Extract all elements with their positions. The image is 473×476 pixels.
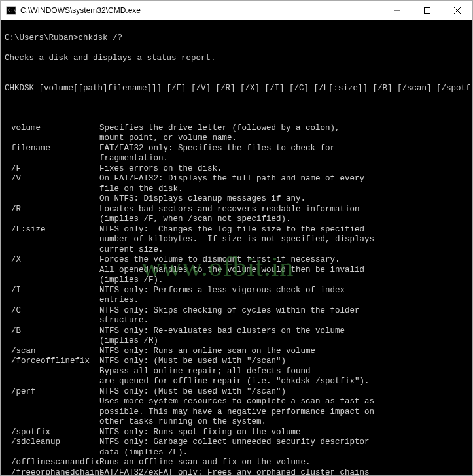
param-row: /sdcleanupNTFS only: Garbage collect unn…: [5, 437, 468, 458]
param-name: /V: [5, 174, 99, 205]
param-name: /spotfix: [5, 428, 99, 438]
param-description: NTFS only: Re-evaluates bad clusters on …: [99, 326, 468, 347]
param-name: /forceofflinefix: [5, 356, 99, 387]
param-name: /B: [5, 326, 99, 347]
param-description: NTFS only: (Must be used with "/scan") B…: [99, 356, 468, 387]
cmd-icon: C:\: [6, 5, 16, 16]
param-row: /BNTFS only: Re-evaluates bad clusters o…: [5, 326, 468, 347]
param-name: /offlinescanandfix: [5, 458, 99, 468]
param-description: NTFS only: Runs spot fixing on the volum…: [99, 428, 468, 438]
param-row: /L:sizeNTFS only: Changes the log file s…: [5, 225, 468, 256]
param-description: Specifies the drive letter (followed by …: [99, 124, 468, 144]
window-title: C:\WINDOWS\system32\CMD.exe: [20, 6, 382, 15]
param-name: /L:size: [5, 225, 99, 256]
param-row: /XForces the volume to dismount first if…: [5, 255, 468, 286]
param-description: NTFS only: Performs a less vigorous chec…: [99, 286, 468, 306]
param-name: /perf: [5, 387, 99, 428]
param-description: Fixes errors on the disk.: [99, 164, 468, 175]
cmd-window: C:\ C:\WINDOWS\system32\CMD.exe C:\Users…: [0, 0, 473, 476]
param-name: /C: [5, 306, 99, 326]
param-description: NTFS only: Garbage collect unneeded secu…: [99, 437, 468, 458]
param-name: /R: [5, 205, 99, 225]
param-row: /INTFS only: Performs a less vigorous ch…: [5, 286, 468, 306]
param-row: /scanNTFS only: Runs an online scan on t…: [5, 347, 468, 357]
param-row: volumeSpecifies the drive letter (follow…: [5, 124, 468, 144]
param-name: filename: [5, 144, 99, 164]
param-description: NTFS only: (Must be used with "/scan") U…: [99, 387, 468, 428]
param-row: /perfNTFS only: (Must be used with "/sca…: [5, 387, 468, 428]
param-description: FAT/FAT32 only: Specifies the files to c…: [99, 144, 468, 164]
svg-rect-3: [425, 7, 430, 13]
command-syntax: CHKDSK [volume[[path]filename]]] [/F] [/…: [5, 84, 468, 94]
param-description: NTFS only: Skips checking of cycles with…: [99, 306, 468, 326]
param-name: /scan: [5, 347, 99, 357]
param-row: /CNTFS only: Skips checking of cycles wi…: [5, 306, 468, 326]
svg-text:C:\: C:\: [8, 8, 16, 13]
param-description: NTFS only: Changes the log file size to …: [99, 225, 468, 256]
close-button[interactable]: [442, 1, 472, 20]
param-row: /RLocates bad sectors and recovers reada…: [5, 205, 468, 225]
minimize-button[interactable]: [382, 1, 412, 20]
param-name: /I: [5, 286, 99, 306]
param-name: /freeorphanedchains: [5, 468, 99, 476]
param-name: /F: [5, 164, 99, 175]
param-row: /freeorphanedchainsFAT/FAT32/exFAT only:…: [5, 468, 468, 476]
param-description: Runs an offline scan and fix on the volu…: [99, 458, 468, 468]
param-name: /sdcleanup: [5, 437, 99, 458]
param-name: volume: [5, 124, 99, 144]
command-prompt: C:\Users\Ruban>chkdsk /?: [5, 33, 468, 44]
param-description: FAT/FAT32/exFAT only: Frees any orphaned…: [99, 468, 468, 476]
param-description: Locates bad sectors and recovers readabl…: [99, 205, 468, 225]
param-row: /offlinescanandfixRuns an offline scan a…: [5, 458, 468, 468]
parameters-block: volumeSpecifies the drive letter (follow…: [5, 124, 468, 476]
param-row: filenameFAT/FAT32 only: Specifies the fi…: [5, 144, 468, 164]
window-controls: [382, 1, 472, 20]
param-row: /forceofflinefixNTFS only: (Must be used…: [5, 356, 468, 387]
param-description: NTFS only: Runs an online scan on the vo…: [99, 347, 468, 357]
param-row: /spotfixNTFS only: Runs spot fixing on t…: [5, 428, 468, 438]
param-row: /VOn FAT/FAT32: Displays the full path a…: [5, 174, 468, 205]
command-description: Checks a disk and displays a status repo…: [5, 54, 468, 64]
param-description: Forces the volume to dismount first if n…: [99, 255, 468, 286]
param-description: On FAT/FAT32: Displays the full path and…: [99, 174, 468, 205]
titlebar[interactable]: C:\ C:\WINDOWS\system32\CMD.exe: [1, 1, 472, 20]
param-name: /X: [5, 255, 99, 286]
param-row: /FFixes errors on the disk.: [5, 164, 468, 175]
maximize-button[interactable]: [412, 1, 442, 20]
terminal-output[interactable]: C:\Users\Ruban>chkdsk /? Checks a disk a…: [1, 20, 472, 475]
